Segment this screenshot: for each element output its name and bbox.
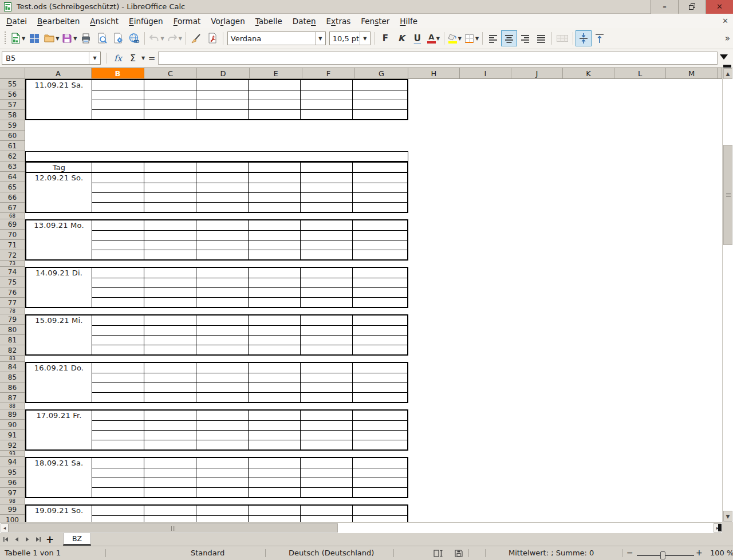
italic-button[interactable]: K xyxy=(393,30,409,46)
sheet-cell[interactable] xyxy=(144,316,196,325)
row-header-70[interactable]: 70 xyxy=(0,230,25,240)
sheet-cell[interactable] xyxy=(352,202,407,212)
page-gear-button[interactable] xyxy=(110,30,126,46)
font-size-dropdown[interactable]: ▼ xyxy=(360,32,370,45)
sheet-cell[interactable] xyxy=(144,230,196,240)
font-color-dropdown[interactable]: ▼ xyxy=(436,36,440,41)
sheet-cell[interactable] xyxy=(196,468,248,478)
sheet-cell[interactable] xyxy=(196,458,248,468)
sheet-cell[interactable] xyxy=(248,411,300,420)
sheet-cell[interactable] xyxy=(352,80,407,90)
row-header-88[interactable]: 88 xyxy=(0,403,25,409)
sheet-cell[interactable] xyxy=(248,250,300,259)
column-header-a[interactable]: A xyxy=(25,68,92,79)
sheet-cell[interactable] xyxy=(196,80,248,90)
open-file-button[interactable]: ▼ xyxy=(42,30,60,46)
vertical-scrollbar[interactable]: ▲ ▼ xyxy=(722,68,733,522)
templates-button[interactable] xyxy=(26,30,42,46)
sheet-cell[interactable] xyxy=(352,506,407,515)
sheet-cell[interactable] xyxy=(196,297,248,307)
row-header-60[interactable]: 60 xyxy=(0,131,25,141)
row-header-96[interactable]: 96 xyxy=(0,478,25,488)
sheet-cell[interactable] xyxy=(300,363,352,373)
sheet-cell[interactable] xyxy=(92,230,144,240)
sum-dropdown[interactable]: ▼ xyxy=(140,52,147,65)
row-header-59[interactable]: 59 xyxy=(0,120,25,131)
menu-tabelle[interactable]: Tabelle xyxy=(250,15,287,27)
select-all-corner[interactable] xyxy=(0,68,25,79)
previous-sheet-button[interactable] xyxy=(11,533,22,546)
sheet-cell[interactable] xyxy=(300,420,352,430)
row-header-76[interactable]: 76 xyxy=(0,287,25,298)
sheet-cell[interactable] xyxy=(300,220,352,230)
sheet-cell[interactable] xyxy=(92,515,144,522)
sheet-cell[interactable] xyxy=(352,335,407,345)
sheet-cell[interactable] xyxy=(248,80,300,90)
zoom-slider-thumb[interactable] xyxy=(660,551,665,559)
sheet-cell[interactable] xyxy=(92,392,144,402)
sheet-cell[interactable] xyxy=(196,220,248,230)
sheet-cell[interactable] xyxy=(352,192,407,202)
sheet-cell[interactable] xyxy=(196,278,248,287)
sheet-position[interactable]: Tabelle 1 von 1 xyxy=(5,549,61,557)
sheet-cell[interactable] xyxy=(352,345,407,354)
sheet-cell[interactable] xyxy=(352,411,407,420)
formula-button[interactable]: = xyxy=(147,52,156,65)
name-box[interactable]: B5 ▼ xyxy=(2,52,101,65)
row-header-58[interactable]: 58 xyxy=(0,110,25,120)
highlight-color-dropdown[interactable]: ▼ xyxy=(458,36,462,41)
row-header-56[interactable]: 56 xyxy=(0,89,25,100)
sheet-cell[interactable] xyxy=(248,192,300,202)
sheet-cell[interactable] xyxy=(92,287,144,297)
sheet-cell[interactable] xyxy=(300,163,352,172)
sheet-cell[interactable] xyxy=(92,506,144,515)
row-header-61[interactable]: 61 xyxy=(0,141,25,151)
sheet-cell[interactable] xyxy=(352,468,407,478)
sheet-cell[interactable] xyxy=(300,430,352,440)
zoom-out-button[interactable]: − xyxy=(626,548,633,557)
sheet-cell[interactable] xyxy=(144,478,196,487)
horizontal-scrollbar[interactable]: ◂ ▸ xyxy=(0,522,722,533)
sheet-cell[interactable] xyxy=(248,382,300,392)
sheet-cell[interactable] xyxy=(300,411,352,420)
sheet-cell[interactable] xyxy=(352,363,407,373)
sheet-cell[interactable] xyxy=(300,250,352,259)
row-header-83[interactable]: 83 xyxy=(0,356,25,362)
column-header-h[interactable]: H xyxy=(408,68,460,79)
row-header-100[interactable]: 100 xyxy=(0,515,25,522)
sheet-cell[interactable] xyxy=(144,373,196,382)
sheet-cell[interactable] xyxy=(352,220,407,230)
sheet-cell[interactable] xyxy=(248,230,300,240)
sheet-cell[interactable] xyxy=(92,163,144,172)
sheet-cell[interactable] xyxy=(92,468,144,478)
bold-button[interactable]: F xyxy=(377,30,393,46)
row-header-75[interactable]: 75 xyxy=(0,277,25,287)
print-preview-button[interactable] xyxy=(94,30,110,46)
sheet-cell[interactable] xyxy=(92,250,144,259)
row-header-87[interactable]: 87 xyxy=(0,393,25,403)
date-cell[interactable]: 13.09.21 Mo. xyxy=(26,220,92,259)
menu-format[interactable]: Format xyxy=(168,15,206,27)
sheet-cell[interactable] xyxy=(144,90,196,100)
sheet-cell[interactable] xyxy=(352,392,407,402)
undo-dropdown[interactable]: ▼ xyxy=(160,36,164,41)
sheet-cell[interactable] xyxy=(248,506,300,515)
sheet-cell[interactable] xyxy=(92,297,144,307)
date-cell[interactable]: 12.09.21 So. xyxy=(26,173,92,212)
sheet-cell[interactable] xyxy=(92,373,144,382)
sheet-cell[interactable] xyxy=(300,478,352,487)
font-name-combo[interactable]: Verdana ▼ xyxy=(227,31,326,45)
menu-datei[interactable]: Datei xyxy=(1,15,32,27)
expand-formula-bar-icon[interactable] xyxy=(720,54,728,60)
sheet-cell[interactable] xyxy=(300,109,352,119)
sheet-cell[interactable] xyxy=(144,183,196,192)
column-header-c[interactable]: C xyxy=(144,68,197,79)
sheet-cell[interactable] xyxy=(196,373,248,382)
sheet-cell[interactable] xyxy=(144,468,196,478)
sheet-cell[interactable] xyxy=(352,163,407,172)
sheet-cell[interactable] xyxy=(92,183,144,192)
vertical-scrollbar-thumb[interactable] xyxy=(723,145,732,245)
sheet-cell[interactable] xyxy=(196,515,248,522)
sheet-cell[interactable] xyxy=(144,363,196,373)
row-header-92[interactable]: 92 xyxy=(0,440,25,451)
